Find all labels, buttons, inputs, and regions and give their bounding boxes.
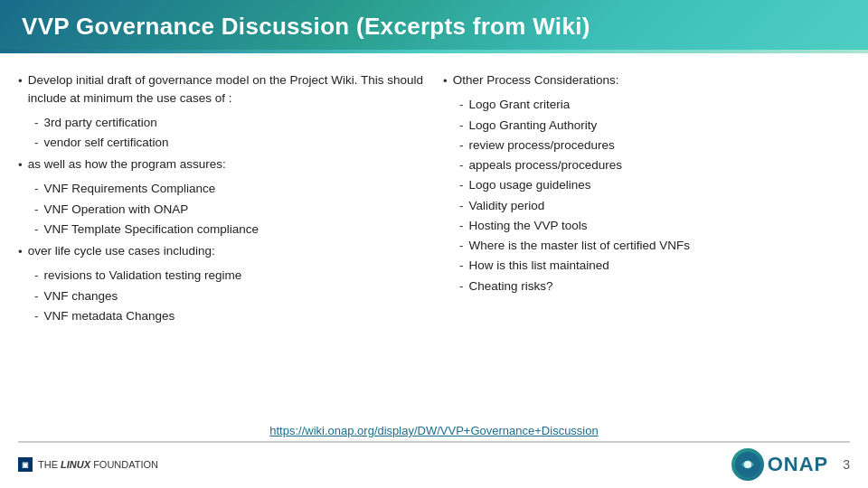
lf-text-block: THE LINUX FOUNDATION xyxy=(38,459,158,470)
sub-list-2: - VNF Requirements Compliance - VNF Oper… xyxy=(34,180,425,239)
right-sub-text-2: review process/procedures xyxy=(469,136,615,155)
slide: VVP Governance Discussion (Excerpts from… xyxy=(0,0,868,488)
sub-text-3-2: VNF changes xyxy=(44,287,118,305)
slide-content: • Develop initial draft of governance mo… xyxy=(0,53,868,488)
sub-text-1-1: 3rd party certification xyxy=(44,114,157,132)
sub-text-2-2: VNF Operation with ONAP xyxy=(44,201,189,219)
right-sub-text-3: appeals process/procedures xyxy=(469,156,623,174)
right-sub-text-6: Hosting the VVP tools xyxy=(469,217,588,235)
dash-3-2: - xyxy=(34,287,39,305)
sub-list-3: - revisions to Validation testing regime… xyxy=(34,267,425,325)
right-sub-text-1: Logo Granting Authority xyxy=(469,117,598,135)
right-dash-1: - xyxy=(459,117,464,135)
onap-svg-icon xyxy=(734,451,761,478)
sub-item-2-3: - VNF Template Specification compliance xyxy=(34,221,425,239)
right-footer-group: ONAP 3 xyxy=(731,448,850,481)
lf-foundation-label: FOUNDATION xyxy=(93,459,158,470)
right-sub-item-4: - Logo usage guidelines xyxy=(459,176,850,194)
right-column: • Other Process Considerations: - Logo G… xyxy=(443,71,850,411)
page-number: 3 xyxy=(843,457,850,472)
slide-title: VVP Governance Discussion (Excerpts from… xyxy=(22,13,846,41)
bullet-marker-1: • xyxy=(18,72,23,90)
onap-logo: ONAP xyxy=(731,448,829,481)
sub-item-3-3: - VNF metadata Changes xyxy=(34,307,425,325)
right-dash-3: - xyxy=(459,156,464,174)
slide-header: VVP Governance Discussion (Excerpts from… xyxy=(0,0,868,53)
sub-item-2-2: - VNF Operation with ONAP xyxy=(34,201,425,219)
right-sub-item-6: - Hosting the VVP tools xyxy=(459,217,850,235)
header-accent-bar xyxy=(0,50,868,53)
right-sub-item-5: - Validity period xyxy=(459,197,850,215)
sub-text-2-3: VNF Template Specification compliance xyxy=(44,221,259,239)
sub-item-3-1: - revisions to Validation testing regime xyxy=(34,267,425,285)
lf-the-label: THE xyxy=(38,459,58,470)
bullet-marker-2: • xyxy=(18,156,23,174)
sub-text-3-3: VNF metadata Changes xyxy=(44,307,175,325)
right-dash-6: - xyxy=(459,217,464,235)
right-sub-item-3: - appeals process/procedures xyxy=(459,156,850,174)
right-dash-0: - xyxy=(459,96,464,114)
lf-logo-mark: ▣ xyxy=(18,457,33,472)
right-dash-4: - xyxy=(459,176,464,194)
dash-2-2: - xyxy=(34,201,39,219)
onap-text-label: ONAP xyxy=(768,453,829,476)
sub-list-1: - 3rd party certification - vendor self … xyxy=(34,114,425,153)
right-dash-2: - xyxy=(459,136,464,155)
sub-item-3-2: - VNF changes xyxy=(34,287,425,305)
right-intro-item: • Other Process Considerations: xyxy=(443,71,850,90)
bullet-text-1: Develop initial draft of governance mode… xyxy=(28,71,425,108)
right-intro-text: Other Process Considerations: xyxy=(453,71,850,89)
bullet-text-2: as well as how the program assures: xyxy=(28,155,425,174)
onap-circle-icon xyxy=(731,448,764,481)
right-sub-item-1: - Logo Granting Authority xyxy=(459,117,850,135)
dash-2-1: - xyxy=(34,180,39,198)
right-sub-text-0: Logo Grant criteria xyxy=(469,96,571,114)
dash-3-1: - xyxy=(34,267,39,285)
sub-text-1-2: vendor self certification xyxy=(44,134,169,152)
dash-1-1: - xyxy=(34,114,39,132)
sub-item-1-2: - vendor self certification xyxy=(34,134,425,152)
dash-1-2: - xyxy=(34,134,39,152)
bullet-text-3: over life cycle use cases including: xyxy=(28,242,425,260)
svg-point-1 xyxy=(744,461,751,468)
right-sub-text-5: Validity period xyxy=(469,197,545,215)
footer-bar: ▣ THE LINUX FOUNDATION xyxy=(18,441,850,481)
right-sub-item-8: - How is this list maintained xyxy=(459,257,850,275)
right-sub-item-2: - review process/procedures xyxy=(459,136,850,155)
slide-footer: https://wiki.onap.org/display/DW/VVP+Gov… xyxy=(0,420,868,488)
bullet-item-1: • Develop initial draft of governance mo… xyxy=(18,71,425,108)
sub-item-1-1: - 3rd party certification xyxy=(34,114,425,132)
bullet-item-2: • as well as how the program assures: xyxy=(18,155,425,174)
right-dash-5: - xyxy=(459,197,464,215)
right-sub-item-0: - Logo Grant criteria xyxy=(459,96,850,114)
right-bullet-marker: • xyxy=(443,72,448,90)
lf-linux-label: LINUX xyxy=(61,459,90,470)
right-dash-9: - xyxy=(459,277,464,296)
dash-2-3: - xyxy=(34,221,39,239)
right-sub-item-9: - Cheating risks? xyxy=(459,277,850,296)
two-column-layout: • Develop initial draft of governance mo… xyxy=(0,62,868,420)
dash-3-3: - xyxy=(34,307,39,325)
lf-square-icon: ▣ xyxy=(18,457,33,472)
right-dash-8: - xyxy=(459,257,464,275)
sub-text-3-1: revisions to Validation testing regime xyxy=(44,267,242,285)
bullet-item-3: • over life cycle use cases including: xyxy=(18,242,425,261)
wiki-link[interactable]: https://wiki.onap.org/display/DW/VVP+Gov… xyxy=(269,424,598,437)
right-sub-text-8: How is this list maintained xyxy=(469,257,609,275)
sub-item-2-1: - VNF Requirements Compliance xyxy=(34,180,425,198)
sub-text-2-1: VNF Requirements Compliance xyxy=(44,180,216,198)
right-sub-text-7: Where is the master list of certified VN… xyxy=(469,237,691,255)
right-sub-text-9: Cheating risks? xyxy=(469,277,553,296)
bullet-marker-3: • xyxy=(18,243,23,261)
linux-foundation-logo: ▣ THE LINUX FOUNDATION xyxy=(18,457,158,472)
right-sub-list: - Logo Grant criteria - Logo Granting Au… xyxy=(459,96,850,296)
right-sub-item-7: - Where is the master list of certified … xyxy=(459,237,850,255)
left-column: • Develop initial draft of governance mo… xyxy=(18,71,425,411)
right-dash-7: - xyxy=(459,237,464,255)
right-sub-text-4: Logo usage guidelines xyxy=(469,176,591,194)
